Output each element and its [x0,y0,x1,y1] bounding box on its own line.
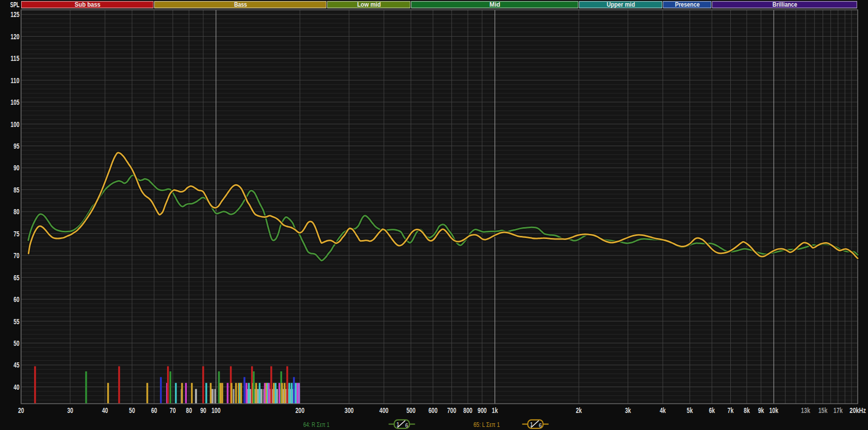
svg-text:45: 45 [13,361,19,369]
svg-text:50: 50 [13,339,19,347]
svg-text:5k: 5k [687,406,693,415]
svg-text:40: 40 [13,383,19,391]
svg-text:Low mid: Low mid [357,1,381,8]
svg-text:600: 600 [429,406,438,415]
svg-text:30: 30 [67,406,73,415]
svg-text:90: 90 [200,406,206,415]
svg-text:Presence: Presence [675,1,700,8]
svg-text:200: 200 [296,406,305,415]
svg-text:Sub bass: Sub bass [75,1,101,8]
svg-text:60: 60 [13,295,19,304]
svg-text:95: 95 [13,142,19,150]
svg-text:75: 75 [13,230,19,238]
svg-text:120: 120 [11,33,20,41]
svg-text:Upper mid: Upper mid [607,1,635,8]
svg-text:70: 70 [170,406,176,415]
svg-text:8k: 8k [744,406,750,415]
svg-text:800: 800 [463,406,472,415]
svg-text:115: 115 [11,54,20,62]
svg-text:70: 70 [13,251,19,260]
svg-text:4k: 4k [660,406,666,415]
svg-text:1k: 1k [492,406,498,415]
svg-text:500: 500 [406,406,416,415]
svg-text:6: 6 [539,423,542,428]
svg-text:6: 6 [405,423,408,428]
svg-text:6k: 6k [709,406,715,415]
svg-text:60: 60 [151,406,157,415]
svg-text:105: 105 [11,98,20,106]
svg-text:3k: 3k [625,406,631,415]
svg-text:100: 100 [211,406,221,415]
svg-text:700: 700 [447,406,456,415]
svg-text:2k: 2k [576,406,582,415]
svg-text:17k: 17k [833,406,843,415]
svg-text:125: 125 [11,10,20,19]
svg-text:64: R Σεπ 1: 64: R Σεπ 1 [303,421,330,428]
svg-text:85: 85 [13,186,19,194]
svg-text:20kHz: 20kHz [849,406,866,415]
svg-text:15k: 15k [818,406,828,415]
svg-text:300: 300 [345,406,354,415]
svg-text:900: 900 [478,406,487,415]
svg-text:100: 100 [11,120,20,129]
svg-text:Mid: Mid [489,1,500,8]
svg-text:80: 80 [186,406,192,415]
svg-text:10k: 10k [769,406,778,415]
svg-text:Brilliance: Brilliance [773,1,797,8]
svg-text:55: 55 [13,317,19,326]
svg-text:40: 40 [102,406,108,415]
svg-text:7k: 7k [728,406,734,415]
svg-text:SPL: SPL [10,0,20,9]
svg-text:Bass: Bass [234,1,247,8]
svg-text:110: 110 [11,76,20,85]
svg-text:20: 20 [18,406,24,415]
svg-text:9k: 9k [758,406,764,415]
svg-text:90: 90 [13,164,19,172]
svg-text:50: 50 [129,406,135,415]
svg-text:400: 400 [380,406,389,415]
svg-text:65: L Σεπ 1: 65: L Σεπ 1 [473,421,500,428]
svg-text:13k: 13k [801,406,810,415]
svg-text:65: 65 [13,274,19,282]
svg-text:80: 80 [13,208,19,216]
